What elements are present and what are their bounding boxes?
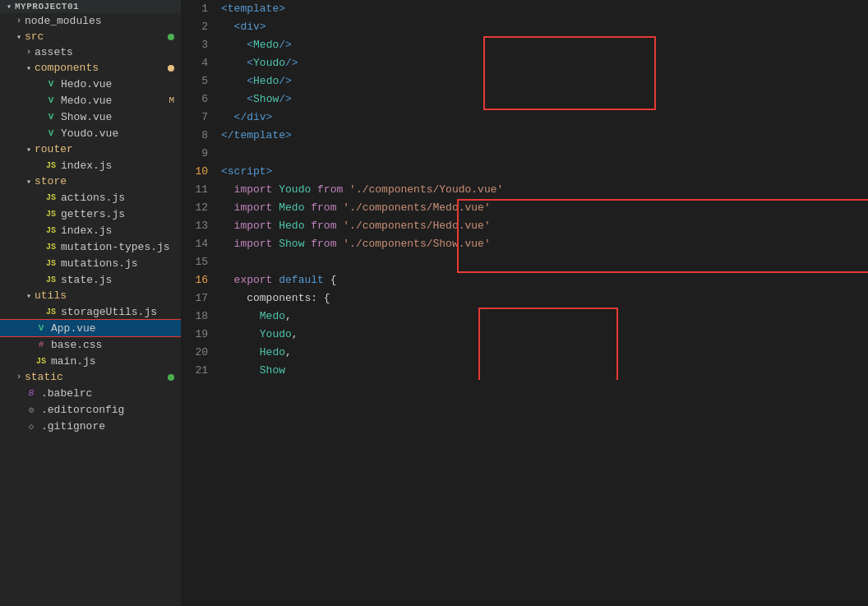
sidebar-item-main-js[interactable]: JS main.js xyxy=(0,353,181,369)
line-num-10: 10 xyxy=(181,163,218,181)
line-content-7: </div> xyxy=(218,109,868,127)
sidebar-item-router[interactable]: router xyxy=(0,141,181,157)
js-icon-mutation-types: JS xyxy=(44,240,58,253)
sidebar-item-node-modules[interactable]: node_modules xyxy=(0,13,181,29)
sidebar-item-getters[interactable]: JS getters.js xyxy=(0,206,181,222)
line-num-14: 14 xyxy=(181,235,218,253)
sidebar-item-actions[interactable]: JS actions.js xyxy=(0,189,181,206)
line-content-2: <div> xyxy=(218,18,868,36)
line-num-18: 18 xyxy=(181,308,218,326)
code-line-14: 14 import Show from './components/Show.v… xyxy=(181,235,868,253)
components-arrow xyxy=(23,63,35,73)
sidebar-item-state[interactable]: JS state.js xyxy=(0,271,181,288)
js-icon-getters: JS xyxy=(44,207,58,220)
actions-label: actions.js xyxy=(61,192,181,204)
src-arrow xyxy=(13,32,25,42)
static-arrow xyxy=(13,372,25,382)
line-content-20: Hedo, xyxy=(218,344,868,362)
sidebar: MYPROJECT01 node_modules src assets comp… xyxy=(0,0,181,606)
code-line-5: 5 <Hedo/> xyxy=(181,72,868,90)
code-line-21: 21 Show xyxy=(181,362,868,380)
js-icon-state: JS xyxy=(44,273,58,286)
sidebar-item-store[interactable]: store xyxy=(0,173,181,189)
show-vue-label: Show.vue xyxy=(61,111,181,123)
sidebar-item-storage-utils[interactable]: JS storageUtils.js xyxy=(0,303,181,320)
sidebar-item-components[interactable]: components xyxy=(0,60,181,76)
code-line-4: 4 <Youdo/> xyxy=(181,54,868,72)
line-num-3: 3 xyxy=(181,36,218,54)
base-css-label: base.css xyxy=(51,339,181,351)
line-content-21: Show xyxy=(218,362,868,380)
store-label: store xyxy=(35,175,181,187)
code-line-15: 15 xyxy=(181,253,868,271)
code-lines: 1 <template> 2 <div> 3 <Medo/> 4 <Youdo xyxy=(181,0,868,380)
vue-icon-show: V xyxy=(44,110,58,123)
sidebar-item-medo-vue[interactable]: V Medo.vue M xyxy=(0,92,181,109)
sidebar-item-base-css[interactable]: # base.css xyxy=(0,336,181,353)
code-line-8: 8 </template> xyxy=(181,127,868,145)
sidebar-item-router-index[interactable]: JS index.js xyxy=(0,157,181,173)
sidebar-item-mutation-types[interactable]: JS mutation-types.js xyxy=(0,238,181,255)
line-num-17: 17 xyxy=(181,289,218,308)
code-line-16: 16 export default { xyxy=(181,271,868,289)
sidebar-item-store-index[interactable]: JS index.js xyxy=(0,222,181,238)
code-container: 1 <template> 2 <div> 3 <Medo/> 4 <Youdo xyxy=(181,0,868,380)
line-num-12: 12 xyxy=(181,199,218,217)
line-num-21: 21 xyxy=(181,362,218,380)
utils-arrow xyxy=(23,291,35,301)
b-icon-babel: B xyxy=(25,386,38,400)
line-content-14: import Show from './components/Show.vue' xyxy=(218,235,868,253)
sidebar-item-utils[interactable]: utils xyxy=(0,288,181,303)
youdo-vue-label: Youdo.vue xyxy=(61,127,181,140)
src-label: src xyxy=(25,30,168,43)
css-icon-base: # xyxy=(35,338,48,351)
sidebar-item-static[interactable]: static xyxy=(0,369,181,385)
js-icon-store-index: JS xyxy=(44,224,58,237)
line-content-1: <template> xyxy=(218,0,868,18)
line-content-8: </template> xyxy=(218,127,868,145)
code-line-11: 11 import Youdo from './components/Youdo… xyxy=(181,181,868,199)
vue-icon-youdo: V xyxy=(44,127,58,140)
sidebar-item-hedo-vue[interactable]: V Hedo.vue xyxy=(0,76,181,92)
vue-icon-app: V xyxy=(35,322,48,335)
sidebar-item-gitignore[interactable]: ◇ .gitignore xyxy=(0,418,181,434)
code-line-1: 1 <template> xyxy=(181,0,868,18)
line-content-12: import Medo from './components/Medo.vue' xyxy=(218,199,868,217)
code-line-3: 3 <Medo/> xyxy=(181,36,868,54)
code-line-13: 13 import Hedo from './components/Hedo.v… xyxy=(181,217,868,235)
project-name: MYPROJECT01 xyxy=(15,2,181,12)
code-line-12: 12 import Medo from './components/Medo.v… xyxy=(181,199,868,217)
line-num-5: 5 xyxy=(181,72,218,90)
line-content-5: <Hedo/> xyxy=(218,72,868,90)
js-icon-actions: JS xyxy=(44,191,58,204)
assets-label: assets xyxy=(35,46,181,58)
line-num-20: 20 xyxy=(181,344,218,362)
sidebar-item-app-vue[interactable]: V App.vue xyxy=(0,320,181,336)
line-num-4: 4 xyxy=(181,54,218,72)
sidebar-project-root[interactable]: MYPROJECT01 xyxy=(0,0,181,13)
router-arrow xyxy=(23,145,35,155)
code-line-18: 18 Medo, xyxy=(181,308,868,326)
line-content-10: <script> xyxy=(218,163,868,181)
sidebar-item-editorconfig[interactable]: ⚙ .editorconfig xyxy=(0,401,181,418)
line-content-4: <Youdo/> xyxy=(218,54,868,72)
code-line-6: 6 <Show/> xyxy=(181,90,868,109)
medo-badge: M xyxy=(169,95,181,105)
js-icon-main: JS xyxy=(35,354,48,368)
src-modified-dot xyxy=(168,34,174,40)
line-content-18: Medo, xyxy=(218,308,868,326)
sidebar-item-show-vue[interactable]: V Show.vue xyxy=(0,109,181,125)
mutation-types-label: mutation-types.js xyxy=(61,241,181,253)
code-line-9: 9 xyxy=(181,145,868,163)
mutations-label: mutations.js xyxy=(61,257,181,270)
code-editor[interactable]: 1 <template> 2 <div> 3 <Medo/> 4 <Youdo xyxy=(181,0,868,380)
sidebar-item-youdo-vue[interactable]: V Youdo.vue xyxy=(0,125,181,141)
sidebar-item-mutations[interactable]: JS mutations.js xyxy=(0,255,181,271)
line-content-3: <Medo/> xyxy=(218,36,868,54)
medo-vue-label: Medo.vue xyxy=(61,95,169,107)
line-num-16: 16 xyxy=(181,271,218,289)
components-label: components xyxy=(35,62,168,74)
sidebar-item-babelrc[interactable]: B .babelrc xyxy=(0,385,181,401)
sidebar-item-assets[interactable]: assets xyxy=(0,44,181,60)
sidebar-item-src[interactable]: src xyxy=(0,29,181,44)
